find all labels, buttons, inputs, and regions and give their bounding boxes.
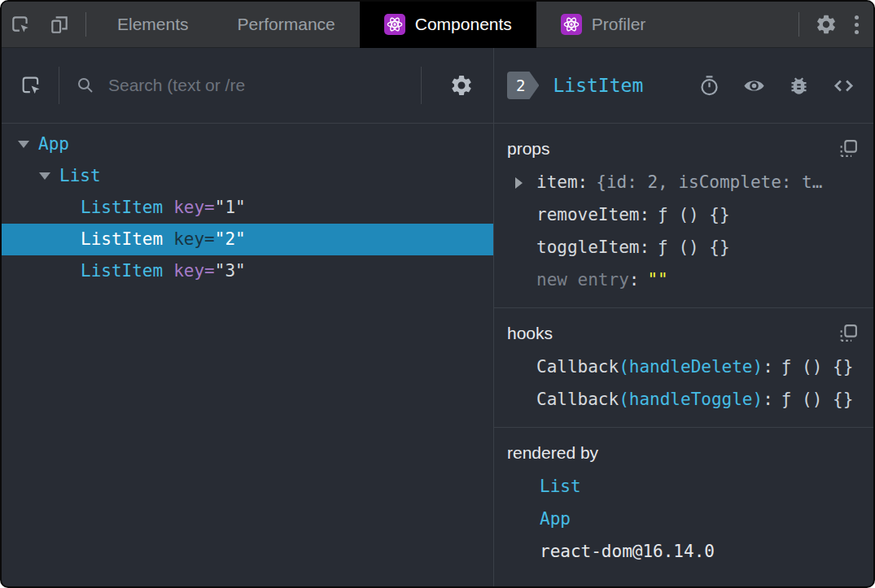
rendered-by-section: rendered by List App react-dom@16.14.0 (494, 428, 873, 579)
prop-row-new-entry[interactable]: new entry:"" (507, 264, 859, 296)
copy-icon[interactable] (838, 139, 859, 159)
hooks-section: hooks Callback(handleDelete):ƒ () {} Cal… (494, 308, 873, 428)
rendered-by-list-link[interactable]: List (507, 470, 859, 503)
toolbar-divider (85, 12, 86, 37)
hook-row-handledelete[interactable]: Callback(handleDelete):ƒ () {} (507, 351, 859, 383)
toolbar-divider (59, 67, 59, 104)
tab-elements[interactable]: Elements (93, 2, 213, 48)
tree-row-list[interactable]: List (2, 160, 493, 192)
tree-row-listitem-3[interactable]: ListItemkey="3" (2, 255, 493, 287)
owners-count-badge[interactable]: 2 (507, 72, 539, 99)
selected-component-name: ListItem (553, 75, 643, 96)
props-section: props item:{id: 2, isComplete: t… remove (494, 124, 873, 308)
inspect-icon[interactable] (2, 2, 40, 48)
copy-icon[interactable] (838, 324, 859, 344)
prop-row-toggleitem[interactable]: toggleItem:ƒ () {} (507, 231, 859, 264)
hook-row-handletoggle[interactable]: Callback(handleToggle):ƒ () {} (507, 383, 859, 416)
tree-row-app[interactable]: App (2, 128, 493, 160)
search-icon (76, 76, 95, 95)
chevron-right-icon[interactable] (515, 177, 523, 189)
settings-gear-icon[interactable] (806, 2, 847, 48)
rendered-by-react-dom: react-dom@16.14.0 (507, 535, 859, 568)
tree-row-listitem-1[interactable]: ListItemkey="1" (2, 192, 493, 224)
key-attribute: key (173, 224, 204, 255)
main-split: App List ListItemkey="1" ListItemkey="2"… (2, 48, 873, 586)
rendered-by-app-link[interactable]: App (507, 503, 859, 535)
react-logo-icon (561, 14, 582, 35)
toolbar-divider (798, 12, 799, 37)
key-attribute: key (173, 255, 204, 287)
prop-row-item[interactable]: item:{id: 2, isComplete: t… (507, 166, 859, 198)
tab-profiler[interactable]: Profiler (536, 2, 671, 48)
tab-performance[interactable]: Performance (213, 2, 360, 48)
details-header: 2 ListItem (494, 48, 873, 124)
chevron-down-icon[interactable] (18, 141, 29, 148)
kebab-menu-icon[interactable] (847, 15, 873, 34)
details-header-actions (698, 74, 855, 98)
react-logo-icon (384, 14, 405, 35)
search-box (76, 75, 405, 96)
toolbar-divider (421, 67, 422, 104)
stopwatch-icon[interactable] (698, 75, 720, 97)
props-section-title: props (507, 139, 550, 159)
search-input[interactable] (107, 75, 405, 96)
tab-components[interactable]: Components (360, 2, 536, 48)
devtools-window: Elements Performance Components (0, 0, 875, 588)
eye-icon[interactable] (742, 74, 766, 98)
prop-row-removeitem[interactable]: removeItem:ƒ () {} (507, 198, 859, 231)
devtools-tab-bar: Elements Performance Components (2, 2, 873, 48)
component-details-panel: 2 ListItem (494, 48, 873, 586)
tree-row-listitem-2-selected[interactable]: ListItemkey="2" (2, 224, 493, 255)
element-picker-icon[interactable] (20, 74, 42, 97)
key-attribute: key (173, 192, 204, 224)
device-toolbar-icon[interactable] (40, 2, 79, 48)
components-tree-panel: App List ListItemkey="1" ListItemkey="2"… (2, 48, 494, 586)
view-source-icon[interactable] (832, 74, 855, 98)
settings-gear-icon[interactable] (449, 73, 474, 98)
component-tree: App List ListItemkey="1" ListItemkey="2"… (2, 124, 493, 586)
tree-toolbar (2, 48, 493, 124)
bug-icon[interactable] (788, 75, 810, 97)
chevron-down-icon[interactable] (39, 172, 50, 180)
hooks-section-title: hooks (507, 324, 553, 343)
rendered-by-title: rendered by (507, 443, 598, 463)
